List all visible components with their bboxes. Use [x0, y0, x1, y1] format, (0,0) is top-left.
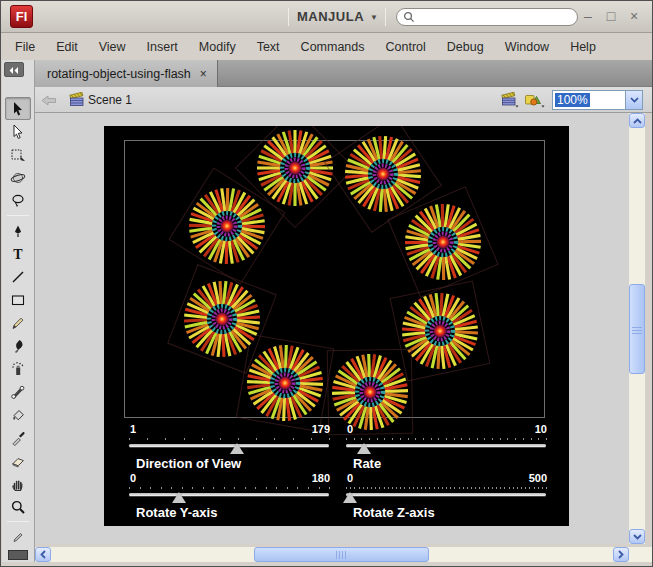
stroke-color-tool[interactable] [5, 525, 31, 548]
eyedropper-tool[interactable] [5, 426, 31, 449]
slider-thumb[interactable] [357, 443, 371, 454]
pasteboard[interactable]: 1179Direction of View010Rate0180Rotate Y… [35, 113, 629, 544]
workspace-switcher[interactable]: MANJULA▼ [297, 9, 378, 24]
slider-thumb[interactable] [343, 492, 357, 503]
scroll-up-button[interactable] [629, 113, 645, 128]
spray-brush-tool[interactable] [5, 357, 31, 380]
chevron-down-icon: ▼ [370, 13, 378, 22]
stage[interactable]: 1179Direction of View010Rate0180Rotate Y… [104, 126, 569, 526]
pencil-tool[interactable] [5, 311, 31, 334]
zoom-tool[interactable] [5, 495, 31, 518]
slider-min-label: 1 [130, 423, 136, 435]
text-icon: T [10, 246, 26, 262]
stroke-color-swatch[interactable] [8, 550, 28, 560]
minimize-button[interactable]: – [580, 8, 596, 24]
slider-rate[interactable]: 010Rate [346, 423, 547, 471]
menu-window[interactable]: Window [505, 40, 549, 54]
pencil-icon [10, 315, 26, 331]
slider-track[interactable] [129, 444, 329, 447]
pinwheel-object [327, 349, 412, 434]
selection-tool[interactable] [5, 97, 31, 120]
search-box[interactable] [396, 8, 578, 26]
lasso-icon [10, 193, 26, 209]
menu-help[interactable]: Help [570, 40, 596, 54]
document-tab[interactable]: rotating-object-using-flash × [35, 60, 218, 87]
double-left-arrow-icon [5, 64, 23, 77]
slider-min-label: 0 [130, 472, 136, 484]
scroll-right-button[interactable] [613, 547, 629, 562]
zoom-level-combobox[interactable]: 100% [552, 90, 643, 110]
menu-insert[interactable]: Insert [147, 40, 178, 54]
line-tool[interactable] [5, 265, 31, 288]
brush-tool[interactable] [5, 334, 31, 357]
paint-bucket-icon [10, 407, 26, 423]
menu-view[interactable]: View [99, 40, 126, 54]
menu-commands[interactable]: Commands [301, 40, 365, 54]
menu-edit[interactable]: Edit [56, 40, 78, 54]
vertical-scrollbar[interactable] [629, 113, 645, 544]
menu-modify[interactable]: Modify [199, 40, 236, 54]
subselection-tool[interactable] [5, 120, 31, 143]
zoom-dropdown-button[interactable] [625, 91, 642, 109]
slider-name-label: Direction of View [136, 456, 241, 471]
slider-track[interactable] [346, 444, 546, 447]
menu-control[interactable]: Control [386, 40, 426, 54]
slider-rotate-z-axis[interactable]: 0500Rotate Z-axis [346, 472, 547, 520]
slider-ticks [346, 487, 547, 489]
lasso-tool[interactable] [5, 189, 31, 212]
collapse-panel-button[interactable] [4, 62, 24, 77]
subselection-icon [10, 124, 26, 140]
slider-direction-of-view[interactable]: 1179Direction of View [129, 423, 330, 471]
slider-ticks [346, 438, 547, 440]
free-transform-tool[interactable] [5, 143, 31, 166]
eraser-icon [10, 453, 26, 469]
slider-track[interactable] [346, 493, 546, 496]
search-input[interactable] [415, 10, 571, 24]
paint-bucket-tool[interactable] [5, 403, 31, 426]
close-button[interactable]: × [626, 8, 642, 24]
chevron-left-icon [40, 550, 46, 559]
pinwheel-object [169, 168, 285, 284]
menu-file[interactable]: File [15, 40, 35, 54]
slider-min-label: 0 [347, 423, 353, 435]
edit-scene-button[interactable] [500, 91, 520, 108]
hand-tool[interactable] [5, 472, 31, 495]
slider-track[interactable] [129, 493, 329, 496]
tab-close-icon[interactable]: × [200, 67, 207, 81]
scroll-down-button[interactable] [629, 529, 645, 544]
tools-separator [7, 215, 29, 216]
pen-tool[interactable] [5, 219, 31, 242]
slider-thumb[interactable] [230, 443, 244, 454]
tools-panel: T [2, 60, 35, 562]
text-tool[interactable]: T [5, 242, 31, 265]
zoom-level-value[interactable]: 100% [553, 91, 625, 109]
eraser-tool[interactable] [5, 449, 31, 472]
search-icon [403, 11, 415, 23]
vertical-scroll-thumb[interactable] [629, 284, 645, 374]
brush-icon [10, 338, 26, 354]
rectangle-tool[interactable] [5, 288, 31, 311]
chevron-down-icon [633, 534, 642, 540]
maximize-button[interactable]: □ [603, 8, 619, 24]
edit-symbol-button[interactable] [524, 91, 546, 108]
scroll-left-button[interactable] [35, 547, 51, 562]
horizontal-scroll-thumb[interactable] [254, 547, 429, 562]
menu-text[interactable]: Text [257, 40, 280, 54]
rectangle-icon [10, 292, 26, 308]
slider-rotate-y-axis[interactable]: 0180Rotate Y-axis [129, 472, 330, 520]
edit-bar: Scene 1 100% [35, 87, 652, 113]
horizontal-scrollbar[interactable] [35, 547, 629, 562]
selection-icon [10, 101, 26, 117]
titlebar-divider [288, 8, 289, 26]
document-tab-bar: rotating-object-using-flash × [35, 60, 652, 87]
scene-breadcrumb[interactable]: Scene 1 [88, 93, 132, 107]
menu-debug[interactable]: Debug [447, 40, 484, 54]
menu-bar: FileEditViewInsertModifyTextCommandsCont… [1, 34, 652, 60]
3d-rotation-tool[interactable] [5, 166, 31, 189]
scrollbar-corner [629, 547, 652, 562]
slider-min-label: 0 [347, 472, 353, 484]
back-arrow-icon[interactable] [41, 95, 57, 106]
slider-thumb[interactable] [172, 492, 186, 503]
pen-icon [10, 223, 26, 239]
bone-tool[interactable] [5, 380, 31, 403]
